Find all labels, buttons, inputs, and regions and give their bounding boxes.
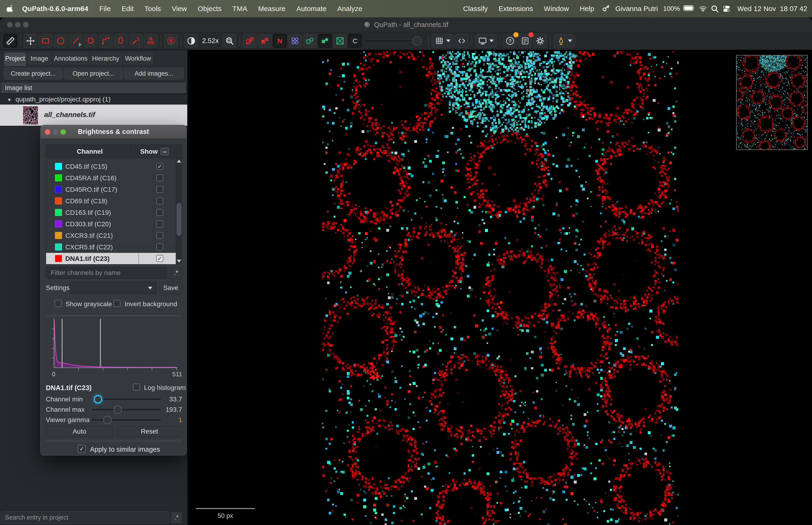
channel-color-swatch[interactable] [55,221,62,227]
menu-app-name[interactable]: QuPath-0.6.0-arm64 [16,5,94,13]
wand-tool[interactable] [129,34,143,48]
menu-measure[interactable]: Measure [252,5,291,13]
project-search-regex-button[interactable]: .* [171,511,182,524]
menu-file[interactable]: File [94,5,116,13]
menu-analyze[interactable]: Analyze [332,5,368,13]
measurement-table-button[interactable] [432,34,454,48]
channel-row[interactable]: CD45RA.tif (C16) [46,172,176,184]
channel-show-checkbox[interactable] [156,174,163,181]
filter-regex-button[interactable]: .* [170,267,182,279]
dialog-title-bar[interactable]: Brightness & contrast [41,125,186,139]
channel-row[interactable]: CXCR5.tif (C22) [46,241,176,253]
channel-color-swatch[interactable] [55,186,62,193]
channel-show-checkbox[interactable] [156,209,163,216]
ellipse-tool[interactable] [54,34,67,48]
menu-view[interactable]: View [166,5,192,13]
show-channel-toggle[interactable]: C [348,34,362,48]
show-names-toggle[interactable]: N [273,34,287,48]
zoom-to-fit-button[interactable] [223,34,236,48]
brightness-contrast-button[interactable] [184,34,198,48]
auto-button[interactable]: Auto [46,426,113,437]
apply-similar-images-checkbox[interactable]: ✓ [78,445,86,453]
save-settings-button[interactable]: Save [159,282,182,294]
apple-icon[interactable] [6,4,15,13]
tma-grid-toggle[interactable] [288,34,302,48]
wifi-icon[interactable] [699,4,707,13]
channel-show-checkbox[interactable] [156,197,163,205]
brush-tool[interactable] [114,34,127,48]
polygon-tool[interactable] [84,34,97,48]
channel-color-swatch[interactable] [55,255,62,262]
channel-min-slider-thumb[interactable] [94,395,102,404]
scroll-up-icon[interactable] [177,160,181,163]
tab-image[interactable]: Image [27,52,52,64]
menu-edit[interactable]: Edit [116,5,139,13]
ruler-tool[interactable] [3,34,17,48]
channel-column-header[interactable]: Channel [46,145,134,158]
menu-clock[interactable]: Wed 12 Nov 18 07 42 [734,5,807,13]
project-search-input[interactable] [1,511,169,524]
settings-combobox[interactable] [70,282,157,294]
scroll-down-icon[interactable] [177,260,181,263]
channel-row-clipped[interactable] [46,158,176,161]
display-settings-button[interactable] [475,34,497,48]
log-histogram-checkbox[interactable] [133,384,140,391]
channel-show-checkbox[interactable] [156,243,163,251]
add-images-button[interactable]: Add images... [124,68,184,79]
menu-extensions[interactable]: Extensions [493,5,538,13]
menu-user-name[interactable]: Givanna Putri [613,5,660,13]
show-column-header[interactable]: Show – [134,145,176,158]
filter-channels-input[interactable] [46,267,167,279]
project-tree-node[interactable]: ▼qupath_project/project.qpproj (1) [0,94,187,104]
channel-color-swatch[interactable] [55,174,62,181]
fill-annotations-toggle[interactable] [258,34,272,48]
menu-tools[interactable]: Tools [139,5,166,13]
control-center-icon[interactable] [722,4,731,13]
scrollbar-thumb[interactable] [177,203,181,236]
viewer-gamma-slider[interactable] [92,419,161,421]
open-project-button[interactable]: Open project... [64,68,123,79]
menu-automate[interactable]: Automate [291,5,332,13]
menu-objects[interactable]: Objects [192,5,227,13]
battery-icon[interactable] [683,4,695,13]
tab-annotations[interactable]: Annotations [53,52,88,64]
channel-row[interactable]: CD69.tif (C18) [46,195,176,207]
polyline-tool[interactable] [99,34,112,48]
channel-show-checkbox[interactable]: ✓ [156,255,163,262]
channel-color-swatch[interactable] [55,209,62,216]
points-tool[interactable] [144,34,158,48]
channel-show-checkbox[interactable] [156,221,163,227]
pin-button[interactable] [554,34,575,48]
tree-expand-icon[interactable]: ▼ [7,95,12,105]
channel-color-swatch[interactable] [55,197,62,205]
channel-color-swatch[interactable] [55,232,62,239]
channel-table-scrollbar[interactable] [176,158,182,264]
show-detections-toggle[interactable] [303,34,317,48]
panel-viewer-divider[interactable] [187,50,189,525]
opacity-slider-thumb[interactable] [412,36,422,46]
channel-max-slider[interactable] [92,408,161,411]
preferences-button[interactable] [533,34,547,48]
rectangle-tool[interactable] [39,34,52,48]
selection-mode-toggle[interactable]: S [164,34,178,48]
show-annotations-toggle[interactable] [243,34,257,48]
move-tool[interactable] [24,34,37,48]
overview-thumbnail[interactable] [736,55,808,150]
intensity-histogram[interactable] [51,317,178,372]
invert-background-checkbox[interactable] [113,300,121,307]
log-button[interactable] [518,34,532,48]
tissue-image[interactable] [322,51,678,525]
tab-project[interactable]: Project [4,52,26,66]
help-button[interactable]: ? [503,34,517,48]
menu-help[interactable]: Help [574,5,600,13]
channel-show-checkbox[interactable]: ✓ [156,163,163,170]
channel-show-checkbox[interactable] [156,232,163,239]
channel-max-slider-thumb[interactable] [113,405,122,414]
create-project-button[interactable]: Create project... [4,68,63,79]
script-editor-button[interactable] [455,34,469,48]
show-grayscale-checkbox[interactable] [55,300,62,307]
channel-row[interactable]: CXCR3.tif (C21) [46,230,176,241]
menu-window[interactable]: Window [538,5,574,13]
tab-workflow[interactable]: Workflow [123,52,153,64]
select-all-checkbox[interactable]: – [160,148,169,155]
